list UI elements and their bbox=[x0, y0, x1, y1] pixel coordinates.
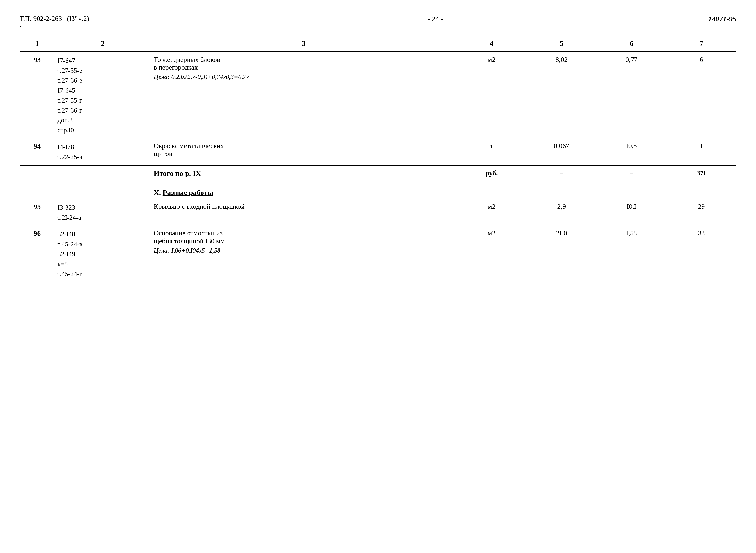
row-total: I bbox=[667, 139, 736, 166]
section-empty-2 bbox=[55, 181, 151, 199]
row-price: I0,5 bbox=[597, 139, 667, 166]
col-header-1: I bbox=[20, 35, 55, 52]
row-price: I0,I bbox=[597, 199, 667, 226]
col-header-4: 4 bbox=[457, 35, 527, 52]
row-qty: 2,9 bbox=[527, 199, 597, 226]
subtotal-unit: руб. bbox=[457, 166, 527, 181]
subtotal-row: Итого по р. IX руб. – – 37I bbox=[20, 166, 736, 181]
header-subtitle: • bbox=[20, 23, 89, 30]
row-unit: м2 bbox=[457, 226, 527, 283]
subtotal-empty-2 bbox=[55, 166, 151, 181]
row-description: Крыльцо с входной площадкой bbox=[151, 199, 457, 226]
doc-part: (ІУ ч.2) bbox=[67, 15, 89, 22]
table-row: 95 I3-323т.2I-24-а Крыльцо с входной пло… bbox=[20, 199, 736, 226]
table-row: 96 32-I48т.45-24-в32-I49к=5т.45-24-г Осн… bbox=[20, 226, 736, 283]
main-table: I 2 3 4 5 6 7 93 I7-647т.27-55-ет.27-66-… bbox=[20, 35, 736, 283]
row-num: 95 bbox=[20, 199, 55, 226]
row-total: 33 bbox=[667, 226, 736, 283]
col-header-5: 5 bbox=[527, 35, 597, 52]
row-code: I3-323т.2I-24-а bbox=[55, 199, 151, 226]
row-price: I,58 bbox=[597, 226, 667, 283]
row-unit: м2 bbox=[457, 52, 527, 139]
row-unit: м2 bbox=[457, 199, 527, 226]
subtotal-price: – bbox=[597, 166, 667, 181]
col-header-3: 3 bbox=[151, 35, 457, 52]
subtotal-label: Итого по р. IX bbox=[151, 166, 457, 181]
row-price: 0,77 bbox=[597, 52, 667, 139]
doc-ref: Т.П. 902-2-263 bbox=[20, 15, 62, 22]
section-empty-1 bbox=[20, 181, 55, 199]
section-label: Х. Разные работы bbox=[151, 181, 457, 199]
table-row: 93 I7-647т.27-55-ет.27-66-еI7-645т.27-55… bbox=[20, 52, 736, 139]
row-qty: 0,067 bbox=[527, 139, 597, 166]
row-code: 32-I48т.45-24-в32-I49к=5т.45-24-г bbox=[55, 226, 151, 283]
col-header-2: 2 bbox=[55, 35, 151, 52]
subtotal-total: 37I bbox=[667, 166, 736, 181]
page-number: - 24 - bbox=[428, 15, 443, 23]
col-header-6: 6 bbox=[597, 35, 667, 52]
col-header-7: 7 bbox=[667, 35, 736, 52]
page-header: Т.П. 902-2-263 (ІУ ч.2) • - 24 - 14071-9… bbox=[20, 15, 736, 30]
row-code: I7-647т.27-55-ет.27-66-еI7-645т.27-55-гт… bbox=[55, 52, 151, 139]
row-description: Окраска металлическихщитов bbox=[151, 139, 457, 166]
row-num: 94 bbox=[20, 139, 55, 166]
row-num: 96 bbox=[20, 226, 55, 283]
row-total: 29 bbox=[667, 199, 736, 226]
row-description: То же, дверных блоковв перегородках Цена… bbox=[151, 52, 457, 139]
doc-number: 14071-95 bbox=[708, 15, 736, 23]
row-qty: 8,02 bbox=[527, 52, 597, 139]
section-header-row: Х. Разные работы bbox=[20, 181, 736, 199]
column-headers: I 2 3 4 5 6 7 bbox=[20, 35, 736, 52]
header-left: Т.П. 902-2-263 (ІУ ч.2) • bbox=[20, 15, 89, 30]
subtotal-empty-1 bbox=[20, 166, 55, 181]
row-description: Основание отмостки изщебня толщиной I30 … bbox=[151, 226, 457, 283]
row-total: 6 bbox=[667, 52, 736, 139]
table-row: 94 I4-I78т.22-25-а Окраска металлических… bbox=[20, 139, 736, 166]
subtotal-qty: – bbox=[527, 166, 597, 181]
row-unit: т bbox=[457, 139, 527, 166]
row-qty: 2I,0 bbox=[527, 226, 597, 283]
row-num: 93 bbox=[20, 52, 55, 139]
row-code: I4-I78т.22-25-а bbox=[55, 139, 151, 166]
